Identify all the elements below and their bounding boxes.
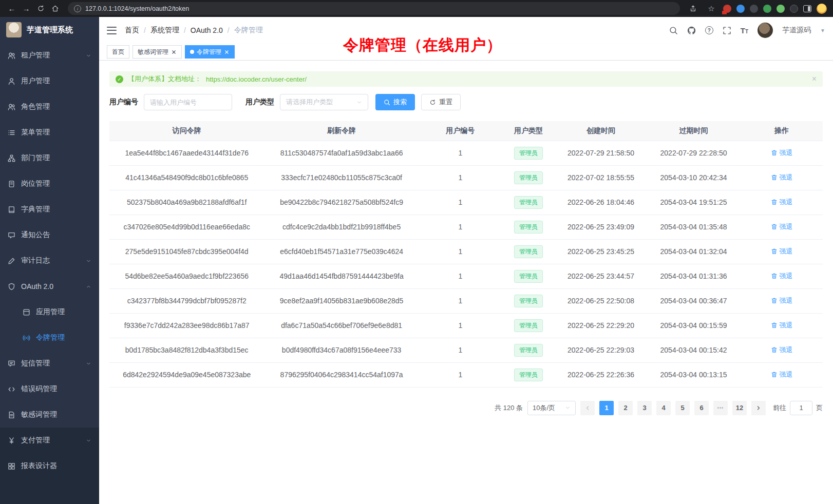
breadcrumb-item[interactable]: 系统管理 (150, 26, 179, 35)
force-logout-button[interactable]: 强退 (771, 345, 793, 355)
next-page-button[interactable] (751, 401, 766, 415)
bookmark-star-icon[interactable]: ☆ (705, 2, 718, 15)
user-id-input[interactable] (144, 94, 232, 110)
prev-page-button[interactable] (580, 401, 595, 415)
forward-icon[interactable]: → (20, 2, 33, 15)
user-id-cell: 1 (419, 362, 502, 387)
sidebar-item-pay[interactable]: 支付管理 (0, 428, 99, 453)
sidebar-item-tenant[interactable]: 租户管理 (0, 43, 99, 68)
force-logout-button[interactable]: 强退 (771, 222, 793, 231)
force-logout-button[interactable]: 强退 (771, 148, 793, 158)
force-logout-button[interactable]: 强退 (771, 321, 793, 330)
github-icon[interactable] (687, 26, 696, 35)
refresh-icon[interactable] (34, 2, 47, 15)
chat-icon (8, 360, 15, 367)
sidebar-item-user[interactable]: 用户管理 (0, 68, 99, 94)
site-info-icon[interactable]: i (74, 5, 81, 12)
force-logout-button[interactable]: 强退 (771, 173, 793, 182)
sidebar-item-role[interactable]: 角色管理 (0, 94, 99, 120)
sidebar-item-error-code[interactable]: 错误码管理 (0, 376, 99, 402)
page-size-select[interactable]: 10条/页 (527, 401, 576, 415)
page-button-1[interactable]: 1 (599, 401, 614, 415)
breadcrumb-item[interactable]: OAuth 2.0 (191, 26, 223, 34)
user-menu-caret-icon[interactable]: ▼ (820, 28, 825, 33)
tab-close-icon[interactable] (224, 49, 230, 55)
sidebar-item-oauth2-token[interactable]: 令牌管理 (0, 325, 99, 351)
browser-chrome: ← → i 127.0.0.1:1024/system/oauth2/token… (0, 0, 833, 17)
force-logout-button[interactable]: 强退 (771, 198, 793, 207)
force-logout-button[interactable]: 强退 (771, 247, 793, 256)
action-cell: 强退 (741, 141, 823, 165)
sidebar-item-oauth2-application[interactable]: 应用管理 (0, 299, 99, 325)
sidebar-item-sensitive-word[interactable]: 敏感词管理 (0, 402, 99, 428)
font-size-icon[interactable]: TT (741, 26, 748, 35)
alert-close-icon[interactable]: × (812, 75, 817, 83)
sidebar-item-report-designer[interactable]: 报表设计器 (0, 453, 99, 479)
sidebar-item-dict[interactable]: 字典管理 (0, 197, 99, 222)
tab-home[interactable]: 首页 (107, 45, 129, 59)
goto-page-input[interactable] (790, 401, 812, 415)
back-icon[interactable]: ← (5, 2, 18, 15)
page-button-6[interactable]: 6 (694, 401, 709, 415)
trash-icon (771, 248, 778, 255)
fullscreen-icon[interactable] (723, 26, 731, 35)
app-logo[interactable]: 芋道管理系统 (0, 17, 99, 43)
sidebar-item-audit-log[interactable]: 审计日志 (0, 248, 99, 274)
help-icon[interactable]: ? (705, 26, 713, 34)
tab-oauth2-token[interactable]: 令牌管理 (185, 45, 235, 59)
search-icon[interactable] (669, 26, 678, 35)
sidebar-item-post[interactable]: 岗位管理 (0, 171, 99, 197)
refresh-icon (429, 99, 436, 106)
force-logout-button[interactable]: 强退 (771, 272, 793, 281)
page-button-12[interactable]: 12 (732, 401, 747, 415)
extension-icon-4[interactable] (763, 5, 771, 13)
force-logout-button[interactable]: 强退 (771, 370, 793, 379)
sidebar-item-dept[interactable]: 部门管理 (0, 145, 99, 171)
extension-icon-5[interactable] (777, 5, 785, 13)
force-logout-label: 强退 (780, 198, 793, 207)
sidebar-item-notice[interactable]: 通知公告 (0, 222, 99, 248)
search-button[interactable]: 搜索 (375, 94, 415, 110)
access-token-cell: b0d1785bc3a8482f812db4a3f3bd15ec (109, 338, 264, 362)
access-token-cell: 1ea5e44f8bc1467aaede43144f31de76 (109, 141, 264, 165)
user-avatar[interactable] (758, 23, 773, 38)
reset-button[interactable]: 重置 (421, 94, 461, 110)
page-button-2[interactable]: 2 (618, 401, 633, 415)
home-icon[interactable] (48, 2, 62, 15)
chevron-down-icon (86, 361, 91, 366)
sidebar-item-menu[interactable]: 菜单管理 (0, 120, 99, 145)
extension-icon-3[interactable] (750, 5, 758, 13)
extensions-puzzle-icon[interactable] (790, 5, 798, 13)
expire-time-cell: 2054-03-04 00:15:42 (647, 338, 741, 362)
created-time-cell: 2022-06-25 22:29:03 (555, 338, 647, 362)
page-button-5[interactable]: 5 (675, 401, 690, 415)
created-time-cell: 2022-06-25 23:49:09 (555, 215, 647, 239)
force-logout-button[interactable]: 强退 (771, 296, 793, 305)
user-type-badge: 管理员 (514, 319, 543, 332)
tab-close-icon[interactable] (171, 49, 177, 55)
page-button-3[interactable]: 3 (637, 401, 652, 415)
sidebar-item-sms[interactable]: 短信管理 (0, 351, 99, 376)
browser-profile-avatar[interactable] (817, 4, 827, 14)
sidebar-item-oauth2[interactable]: OAuth 2.0 (0, 274, 99, 299)
breadcrumb-item[interactable]: 首页 (125, 26, 139, 35)
doc-link[interactable]: https://doc.iocoder.cn/user-center/ (206, 75, 307, 83)
share-icon[interactable] (686, 2, 699, 15)
tab-sensitive-word[interactable]: 敏感词管理 (132, 45, 182, 59)
user-type-cell: 管理员 (502, 141, 555, 165)
collapse-menu-icon[interactable] (107, 27, 117, 34)
force-logout-label: 强退 (780, 222, 793, 231)
user-type-select[interactable]: 请选择用户类型 (280, 94, 368, 110)
search-icon (384, 99, 390, 106)
extension-icon-2[interactable] (736, 5, 745, 13)
sidebar-item-label: 岗位管理 (21, 179, 50, 188)
split-view-icon[interactable] (803, 5, 811, 12)
tabs-bar: 首页敏感词管理令牌管理 (99, 44, 833, 61)
extension-icon-1[interactable] (723, 5, 731, 13)
token-table: 访问令牌刷新令牌用户编号用户类型创建时间过期时间操作 1ea5e44f8bc14… (109, 121, 823, 387)
user-type-badge: 管理员 (514, 221, 543, 234)
page-button-4[interactable]: 4 (656, 401, 671, 415)
expire-time-cell: 2054-03-04 19:51:25 (647, 190, 741, 215)
pagination-more-button[interactable]: ••• (713, 401, 728, 415)
url-bar[interactable]: i 127.0.0.1:1024/system/oauth2/token (68, 2, 680, 15)
